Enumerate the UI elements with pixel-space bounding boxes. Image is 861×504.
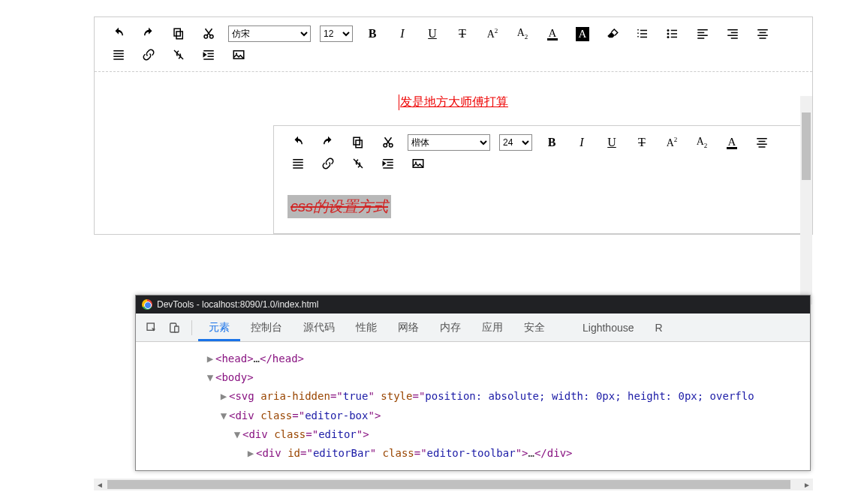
scrollbar-thumb[interactable]	[802, 112, 811, 180]
devtools-title-text: DevTools - localhost:8090/1.0/index.html	[157, 299, 318, 310]
indent-button[interactable]	[194, 44, 224, 65]
indent-button[interactable]	[373, 153, 403, 174]
subscript-button[interactable]: A2	[507, 23, 537, 44]
scroll-left-icon[interactable]: ◄	[94, 478, 106, 490]
svg-point-6	[667, 36, 670, 38]
devtools-titlebar[interactable]: DevTools - localhost:8090/1.0/index.html	[136, 296, 810, 314]
align-justify-button[interactable]	[283, 153, 313, 174]
svg-rect-17	[175, 326, 179, 332]
size-select[interactable]: 24	[499, 134, 532, 151]
scrollbar-thumb[interactable]	[107, 480, 790, 489]
align-left-button[interactable]	[688, 23, 718, 44]
scroll-right-icon[interactable]: ►	[801, 478, 813, 490]
tab-elements[interactable]: 元素	[198, 314, 240, 341]
inner-editor: 楷体 24 B I U T A2 A2 A css的设置方式	[273, 125, 806, 234]
outer-text: 发是地方大师傅打算	[399, 94, 508, 110]
chrome-icon	[142, 299, 152, 310]
link-button[interactable]	[134, 44, 164, 65]
redo-button[interactable]	[134, 23, 164, 44]
outer-editor: 仿宋 12 B I U T A2 A2 A A 发是地方大师傅打算 楷体 2	[94, 16, 813, 235]
font-select[interactable]: 仿宋	[228, 26, 311, 42]
unlink-button[interactable]	[343, 153, 373, 174]
dom-line: ▶<head>…</head>	[145, 350, 801, 368]
dom-line: ▼<div class="editor-box">	[145, 406, 801, 425]
link-button[interactable]	[313, 153, 343, 174]
align-justify-button[interactable]	[104, 44, 134, 65]
svg-point-5	[667, 33, 670, 35]
tab-memory[interactable]: 内存	[429, 314, 471, 341]
tab-lighthouse[interactable]: Lighthouse	[572, 315, 645, 340]
subscript-button[interactable]: A2	[687, 132, 717, 153]
tab-security[interactable]: 安全	[513, 314, 555, 341]
superscript-button[interactable]: A2	[477, 23, 507, 44]
redo-button[interactable]	[313, 132, 343, 153]
undo-button[interactable]	[104, 23, 134, 44]
strike-button[interactable]: T	[447, 23, 477, 44]
svg-point-4	[667, 29, 670, 32]
svg-rect-1	[174, 28, 180, 36]
devtools-elements-panel[interactable]: ▶<head>…</head> ▼<body> ▶<svg aria-hidde…	[136, 342, 810, 470]
device-icon[interactable]	[163, 316, 185, 339]
tab-overflow[interactable]: R	[645, 315, 673, 340]
tab-console[interactable]: 控制台	[240, 314, 293, 341]
ordered-list-button[interactable]	[628, 23, 658, 44]
vertical-scrollbar[interactable]	[800, 96, 812, 304]
font-select[interactable]: 楷体	[408, 134, 490, 151]
devtools-window: DevTools - localhost:8090/1.0/index.html…	[135, 295, 811, 471]
outer-content[interactable]: 发是地方大师傅打算	[95, 72, 812, 118]
dom-line: ▶<div id="editorBar" class="editor-toolb…	[145, 444, 801, 463]
italic-button[interactable]: I	[387, 23, 417, 44]
undo-button[interactable]	[283, 132, 313, 153]
bold-button[interactable]: B	[357, 23, 387, 44]
align-right-button[interactable]	[718, 23, 748, 44]
tab-sources[interactable]: 源代码	[293, 314, 345, 341]
dom-line: ▼<div class="editor">	[145, 425, 801, 444]
svg-rect-0	[176, 32, 182, 39]
image-button[interactable]	[224, 44, 254, 65]
underline-button[interactable]: U	[597, 132, 627, 153]
size-select[interactable]: 12	[320, 26, 353, 42]
inner-toolbar: 楷体 24 B I U T A2 A2 A	[274, 126, 805, 180]
inspect-icon[interactable]	[140, 316, 163, 339]
unordered-list-button[interactable]	[658, 23, 688, 44]
align-center-button[interactable]	[747, 132, 777, 153]
cut-button[interactable]	[194, 23, 224, 44]
italic-button[interactable]: I	[567, 132, 597, 153]
outer-toolbar: 仿宋 12 B I U T A2 A2 A A	[95, 17, 812, 72]
copy-button[interactable]	[343, 132, 373, 153]
devtools-tabs: 元素 控制台 源代码 性能 网络 内存 应用 安全 Lighthouse R	[136, 314, 810, 342]
align-center-button[interactable]	[748, 23, 778, 44]
cut-button[interactable]	[373, 132, 403, 153]
bg-color-button[interactable]: A	[567, 23, 598, 44]
svg-rect-10	[354, 137, 360, 145]
horizontal-scrollbar[interactable]: ◄ ►	[94, 478, 813, 490]
copy-button[interactable]	[164, 23, 194, 44]
tab-performance[interactable]: 性能	[345, 314, 387, 341]
font-color-button[interactable]: A	[717, 132, 747, 153]
tab-application[interactable]: 应用	[471, 314, 513, 341]
superscript-button[interactable]: A2	[657, 132, 687, 153]
eraser-button[interactable]	[598, 23, 628, 44]
inner-selected-text: css的设置方式	[288, 195, 391, 218]
dom-line: ▶<svg aria-hidden="true" style="position…	[145, 387, 801, 406]
svg-rect-9	[356, 140, 362, 148]
separator	[191, 320, 192, 335]
bold-button[interactable]: B	[537, 132, 567, 153]
font-color-button[interactable]: A	[537, 23, 567, 44]
dom-line: ▼<body>	[145, 368, 801, 387]
image-button[interactable]	[403, 153, 433, 174]
tab-network[interactable]: 网络	[387, 314, 429, 341]
inner-content[interactable]: css的设置方式	[274, 180, 805, 233]
strike-button[interactable]: T	[627, 132, 657, 153]
underline-button[interactable]: U	[417, 23, 447, 44]
unlink-button[interactable]	[164, 44, 194, 65]
